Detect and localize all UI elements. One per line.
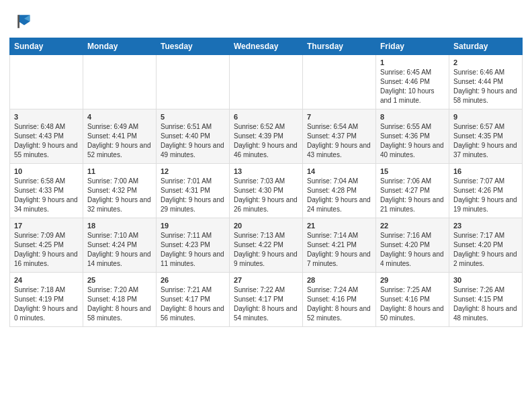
logo <box>15 12 38 31</box>
day-info: Sunrise: 6:52 AM Sunset: 4:39 PM Dayligh… <box>234 122 298 160</box>
day-cell: 15Sunrise: 7:06 AM Sunset: 4:27 PM Dayli… <box>376 164 449 218</box>
day-number: 28 <box>307 276 371 284</box>
calendar-table: SundayMondayTuesdayWednesdayThursdayFrid… <box>9 38 523 327</box>
day-info: Sunrise: 7:24 AM Sunset: 4:16 PM Dayligh… <box>307 285 371 323</box>
day-cell: 1Sunrise: 6:45 AM Sunset: 4:46 PM Daylig… <box>376 55 449 109</box>
weekday-header-tuesday: Tuesday <box>157 38 230 55</box>
day-number: 22 <box>380 222 445 230</box>
day-cell: 24Sunrise: 7:18 AM Sunset: 4:19 PM Dayli… <box>10 273 83 327</box>
weekday-header-saturday: Saturday <box>449 38 523 55</box>
day-number: 12 <box>161 167 225 175</box>
day-info: Sunrise: 6:46 AM Sunset: 4:44 PM Dayligh… <box>453 68 518 105</box>
day-cell <box>157 55 230 109</box>
day-info: Sunrise: 7:10 AM Sunset: 4:24 PM Dayligh… <box>87 231 152 269</box>
day-info: Sunrise: 6:49 AM Sunset: 4:41 PM Dayligh… <box>87 122 152 160</box>
day-number: 6 <box>234 113 298 121</box>
day-info: Sunrise: 7:17 AM Sunset: 4:20 PM Dayligh… <box>453 231 518 269</box>
day-number: 14 <box>307 167 371 175</box>
day-info: Sunrise: 7:03 AM Sunset: 4:30 PM Dayligh… <box>234 177 298 214</box>
day-cell: 11Sunrise: 7:00 AM Sunset: 4:32 PM Dayli… <box>83 164 157 218</box>
day-cell <box>303 55 376 109</box>
day-info: Sunrise: 7:09 AM Sunset: 4:25 PM Dayligh… <box>14 231 79 269</box>
day-cell: 12Sunrise: 7:01 AM Sunset: 4:31 PM Dayli… <box>157 164 230 218</box>
day-info: Sunrise: 7:06 AM Sunset: 4:27 PM Dayligh… <box>380 177 445 214</box>
svg-rect-3 <box>17 15 19 28</box>
day-info: Sunrise: 6:54 AM Sunset: 4:37 PM Dayligh… <box>307 122 371 160</box>
day-number: 3 <box>14 113 79 121</box>
day-number: 8 <box>380 113 445 121</box>
day-cell: 4Sunrise: 6:49 AM Sunset: 4:41 PM Daylig… <box>83 109 157 164</box>
day-number: 27 <box>234 276 298 284</box>
week-row-1: 1Sunrise: 6:45 AM Sunset: 4:46 PM Daylig… <box>10 55 523 109</box>
weekday-header-wednesday: Wednesday <box>230 38 303 55</box>
day-cell: 29Sunrise: 7:25 AM Sunset: 4:16 PM Dayli… <box>376 273 449 327</box>
day-cell: 3Sunrise: 6:48 AM Sunset: 4:43 PM Daylig… <box>10 109 83 164</box>
day-number: 24 <box>14 276 79 284</box>
weekday-header-friday: Friday <box>376 38 449 55</box>
day-number: 2 <box>453 58 518 66</box>
day-cell: 17Sunrise: 7:09 AM Sunset: 4:25 PM Dayli… <box>10 218 83 273</box>
day-info: Sunrise: 7:11 AM Sunset: 4:23 PM Dayligh… <box>161 231 225 269</box>
day-number: 26 <box>161 276 225 284</box>
day-info: Sunrise: 7:16 AM Sunset: 4:20 PM Dayligh… <box>380 231 445 269</box>
logo-icon <box>15 12 34 31</box>
day-info: Sunrise: 6:57 AM Sunset: 4:35 PM Dayligh… <box>453 122 518 160</box>
day-number: 29 <box>380 276 445 284</box>
day-number: 11 <box>87 167 152 175</box>
day-info: Sunrise: 7:07 AM Sunset: 4:26 PM Dayligh… <box>453 177 518 214</box>
day-number: 20 <box>234 222 298 230</box>
day-cell: 27Sunrise: 7:22 AM Sunset: 4:17 PM Dayli… <box>230 273 303 327</box>
header <box>0 0 532 38</box>
day-info: Sunrise: 7:21 AM Sunset: 4:17 PM Dayligh… <box>161 285 225 323</box>
day-number: 23 <box>453 222 518 230</box>
day-info: Sunrise: 7:14 AM Sunset: 4:21 PM Dayligh… <box>307 231 371 269</box>
day-cell: 7Sunrise: 6:54 AM Sunset: 4:37 PM Daylig… <box>303 109 376 164</box>
day-info: Sunrise: 6:45 AM Sunset: 4:46 PM Dayligh… <box>380 68 445 105</box>
week-row-2: 3Sunrise: 6:48 AM Sunset: 4:43 PM Daylig… <box>10 109 523 164</box>
day-cell: 23Sunrise: 7:17 AM Sunset: 4:20 PM Dayli… <box>449 218 523 273</box>
day-info: Sunrise: 7:22 AM Sunset: 4:17 PM Dayligh… <box>234 285 298 323</box>
day-cell <box>10 55 83 109</box>
day-number: 15 <box>380 167 445 175</box>
day-cell: 19Sunrise: 7:11 AM Sunset: 4:23 PM Dayli… <box>157 218 230 273</box>
day-info: Sunrise: 7:04 AM Sunset: 4:28 PM Dayligh… <box>307 177 371 214</box>
day-cell <box>83 55 157 109</box>
day-cell: 20Sunrise: 7:13 AM Sunset: 4:22 PM Dayli… <box>230 218 303 273</box>
day-number: 18 <box>87 222 152 230</box>
day-cell: 9Sunrise: 6:57 AM Sunset: 4:35 PM Daylig… <box>449 109 523 164</box>
day-number: 17 <box>14 222 79 230</box>
day-cell: 18Sunrise: 7:10 AM Sunset: 4:24 PM Dayli… <box>83 218 157 273</box>
day-cell <box>230 55 303 109</box>
day-cell: 14Sunrise: 7:04 AM Sunset: 4:28 PM Dayli… <box>303 164 376 218</box>
day-cell: 22Sunrise: 7:16 AM Sunset: 4:20 PM Dayli… <box>376 218 449 273</box>
day-cell: 21Sunrise: 7:14 AM Sunset: 4:21 PM Dayli… <box>303 218 376 273</box>
weekday-header-row: SundayMondayTuesdayWednesdayThursdayFrid… <box>10 38 523 55</box>
week-row-3: 10Sunrise: 6:58 AM Sunset: 4:33 PM Dayli… <box>10 164 523 218</box>
calendar: SundayMondayTuesdayWednesdayThursdayFrid… <box>0 38 532 411</box>
day-number: 10 <box>14 167 79 175</box>
day-cell: 2Sunrise: 6:46 AM Sunset: 4:44 PM Daylig… <box>449 55 523 109</box>
day-cell: 30Sunrise: 7:26 AM Sunset: 4:15 PM Dayli… <box>449 273 523 327</box>
day-info: Sunrise: 7:00 AM Sunset: 4:32 PM Dayligh… <box>87 177 152 214</box>
week-row-4: 17Sunrise: 7:09 AM Sunset: 4:25 PM Dayli… <box>10 218 523 273</box>
day-cell: 28Sunrise: 7:24 AM Sunset: 4:16 PM Dayli… <box>303 273 376 327</box>
day-info: Sunrise: 6:58 AM Sunset: 4:33 PM Dayligh… <box>14 177 79 214</box>
day-info: Sunrise: 7:26 AM Sunset: 4:15 PM Dayligh… <box>453 285 518 323</box>
day-info: Sunrise: 7:20 AM Sunset: 4:18 PM Dayligh… <box>87 285 152 323</box>
day-number: 19 <box>161 222 225 230</box>
day-info: Sunrise: 7:25 AM Sunset: 4:16 PM Dayligh… <box>380 285 445 323</box>
day-cell: 16Sunrise: 7:07 AM Sunset: 4:26 PM Dayli… <box>449 164 523 218</box>
day-info: Sunrise: 6:55 AM Sunset: 4:36 PM Dayligh… <box>380 122 445 160</box>
logo-text <box>15 12 38 31</box>
day-cell: 10Sunrise: 6:58 AM Sunset: 4:33 PM Dayli… <box>10 164 83 218</box>
day-number: 5 <box>161 113 225 121</box>
day-number: 7 <box>307 113 371 121</box>
day-info: Sunrise: 7:01 AM Sunset: 4:31 PM Dayligh… <box>161 177 225 214</box>
day-number: 1 <box>380 58 445 66</box>
week-row-5: 24Sunrise: 7:18 AM Sunset: 4:19 PM Dayli… <box>10 273 523 327</box>
day-cell: 26Sunrise: 7:21 AM Sunset: 4:17 PM Dayli… <box>157 273 230 327</box>
day-number: 21 <box>307 222 371 230</box>
day-info: Sunrise: 6:48 AM Sunset: 4:43 PM Dayligh… <box>14 122 79 160</box>
weekday-header-monday: Monday <box>83 38 157 55</box>
day-info: Sunrise: 6:51 AM Sunset: 4:40 PM Dayligh… <box>161 122 225 160</box>
